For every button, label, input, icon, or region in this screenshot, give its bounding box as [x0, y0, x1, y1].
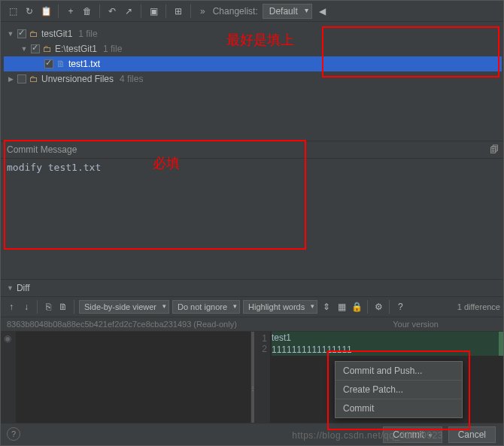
group-icon[interactable]: ▣: [147, 5, 159, 17]
folder-icon: 🗀: [29, 74, 38, 84]
sync-scroll-icon[interactable]: ▦: [335, 301, 348, 313]
cancel-button[interactable]: Cancel: [448, 426, 496, 443]
delete-icon[interactable]: 🗑: [81, 5, 93, 17]
diff-count-label: 1 difference: [457, 302, 500, 311]
diff-collapse-icon[interactable]: ▼: [7, 284, 14, 292]
file-icon: 🗎: [56, 59, 65, 69]
revert-icon[interactable]: ↶: [106, 5, 118, 17]
gear-icon[interactable]: ⚙: [372, 301, 384, 313]
commit-message-label: Commit Message: [7, 144, 77, 155]
expand-icon[interactable]: ⊞: [172, 5, 184, 17]
commit-and-push-item[interactable]: Commit and Push...: [335, 362, 462, 381]
history-icon[interactable]: 🗐: [490, 144, 499, 155]
tree-checkbox[interactable]: [17, 74, 26, 83]
diff-section-label: Diff: [17, 283, 30, 293]
help-icon[interactable]: ?: [394, 301, 406, 313]
commit-item[interactable]: Commit: [335, 399, 462, 417]
folder-icon: 🗀: [43, 44, 52, 54]
help-icon[interactable]: ?: [7, 427, 20, 441]
changes-tree[interactable]: ▼ 🗀 testGit1 1 file ▼ 🗀 E:\testGit1 1 fi…: [1, 22, 504, 141]
tree-collapse-icon[interactable]: ▶: [7, 75, 14, 83]
lock-icon[interactable]: 🔒: [351, 301, 363, 313]
tree-checkbox[interactable]: [44, 59, 53, 68]
collapse-icon[interactable]: ⇕: [320, 301, 332, 313]
tree-checkbox[interactable]: [17, 29, 26, 38]
refresh-icon[interactable]: ↻: [23, 5, 35, 17]
commit-dropdown-menu: Commit and Push... Create Patch... Commi…: [335, 361, 463, 418]
prev-icon[interactable]: ◀: [317, 5, 329, 17]
viewer-mode-select[interactable]: Side-by-side viewer: [79, 300, 169, 314]
tree-file-row[interactable]: 🗎 test1.txt: [4, 56, 502, 71]
tree-checkbox[interactable]: [31, 44, 40, 53]
tree-expand-icon[interactable]: ▼: [7, 30, 14, 38]
add-icon[interactable]: +: [65, 5, 77, 17]
diff-right-status: Your version: [393, 320, 499, 329]
watermark-text: https://blog.csdn.net/qq_41039923: [292, 430, 443, 441]
changelist-select[interactable]: Default: [263, 4, 312, 19]
paste-icon[interactable]: 📋: [40, 5, 52, 17]
changelist-label: Changelist:: [213, 6, 258, 17]
highlight-mode-select[interactable]: Highlight words: [243, 300, 317, 314]
tree-expand-icon[interactable]: ▼: [20, 45, 28, 53]
diff-left-status: 8363b8048b08a88ec5b421ef2d2c7ce8cba23149…: [7, 320, 237, 329]
ignore-mode-select[interactable]: Do not ignore: [172, 300, 240, 314]
next-diff-icon[interactable]: ↓: [20, 301, 32, 313]
tree-root-label: testGit1: [41, 29, 72, 39]
tree-icon[interactable]: ⬚: [7, 5, 19, 17]
find-icon[interactable]: 🗎: [57, 301, 69, 313]
commit-message-input[interactable]: [7, 162, 499, 276]
copy-icon[interactable]: ⎘: [42, 301, 54, 313]
prev-diff-icon[interactable]: ↑: [5, 301, 17, 313]
create-patch-item[interactable]: Create Patch...: [335, 381, 462, 399]
move-icon[interactable]: ↗: [123, 5, 135, 17]
folder-icon: 🗀: [29, 29, 38, 39]
